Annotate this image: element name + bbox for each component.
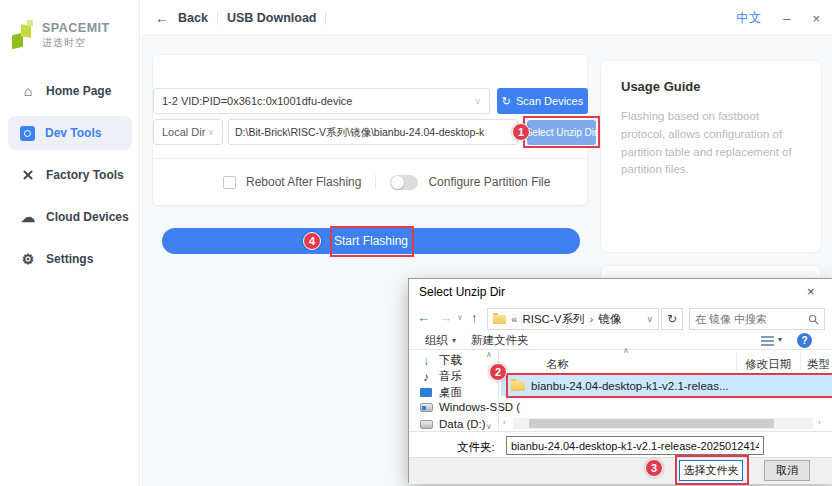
- device-select[interactable]: 1-2 VID:PID=0x361c:0x1001dfu-device ∨: [153, 88, 490, 114]
- reboot-label: Reboot After Flashing: [246, 175, 361, 189]
- breadcrumb-folder[interactable]: RISC-V系列: [522, 312, 584, 327]
- hscroll-right-icon[interactable]: ›: [818, 418, 821, 427]
- refresh-icon: ↻: [502, 95, 511, 108]
- step-1-highlight-rect: [523, 116, 600, 148]
- page-title: USB Download: [227, 11, 317, 25]
- address-bar[interactable]: « RISC-V系列 › 镜像 ∨: [487, 308, 659, 330]
- dir-mode-value: Local Dir: [162, 126, 205, 138]
- nav-history-chevron-icon[interactable]: ∨: [457, 313, 463, 322]
- scroll-down-icon[interactable]: ∨: [486, 422, 492, 431]
- folder-name-input[interactable]: [506, 436, 764, 455]
- step-1-badge: 1: [512, 123, 530, 141]
- tree-item-label: 桌面: [439, 385, 462, 400]
- breadcrumb-folder[interactable]: 镜像: [598, 312, 621, 327]
- nav-up-icon[interactable]: ↑: [471, 310, 478, 325]
- disk-icon: [419, 420, 433, 429]
- back-arrow-icon[interactable]: ←: [155, 10, 169, 26]
- hscroll-left-icon[interactable]: ‹: [503, 418, 506, 427]
- sidebar-item-label: Home Page: [46, 84, 111, 98]
- close-button[interactable]: ×: [812, 11, 820, 26]
- breadcrumb-separator: ›: [589, 313, 593, 325]
- scroll-up-icon[interactable]: ∧: [486, 350, 492, 359]
- select-unzip-dir-dialog: Select Unzip Dir × ← → ∨ ↑ « RISC-V系列 › …: [408, 278, 832, 483]
- column-header-type[interactable]: 类型: [807, 357, 830, 372]
- tree-item-label: 音乐: [439, 369, 462, 384]
- back-button[interactable]: Back: [178, 11, 208, 25]
- minimize-button[interactable]: –: [783, 11, 790, 26]
- tree-item-label: Windows-SSD (: [439, 401, 520, 413]
- refresh-icon[interactable]: ↻: [661, 308, 683, 330]
- usage-guide-body: Flashing based on fastboot protocol, all…: [621, 108, 801, 179]
- dialog-close-icon[interactable]: ×: [807, 284, 815, 299]
- sidebar-item-label: Cloud Devices: [46, 210, 129, 224]
- column-header-date[interactable]: 修改日期: [745, 357, 791, 372]
- sidebar-item-settings[interactable]: ⚙ Settings: [8, 242, 132, 276]
- scan-devices-label: Scan Devices: [516, 95, 583, 107]
- view-mode-caret-icon[interactable]: ▾: [778, 335, 782, 344]
- dir-mode-select[interactable]: Local Dir ∨: [153, 119, 223, 145]
- step-4-highlight-rect: [330, 226, 414, 257]
- chevron-down-icon: ∨: [474, 96, 481, 106]
- sidebar-item-factory-tools[interactable]: Factory Tools: [8, 158, 132, 192]
- nav-back-icon[interactable]: ←: [417, 310, 430, 325]
- topbar: ← Back USB Download 中文 – ×: [141, 0, 832, 36]
- partition-toggle[interactable]: [390, 175, 418, 190]
- sidebar-item-cloud-devices[interactable]: ☁ Cloud Devices: [8, 200, 132, 234]
- sidebar: SPACEMIT 进迭时空 ⌂ Home Page Dev Tools Fact…: [0, 0, 140, 486]
- options-panel: Reboot After Flashing Configure Partitio…: [152, 158, 588, 206]
- organize-label: 组织: [425, 333, 448, 348]
- dev-tools-icon: [20, 126, 35, 141]
- music-note-icon: ♪: [419, 370, 433, 384]
- tree-item-music[interactable]: ♪ 音乐: [419, 369, 462, 384]
- tree-item-desktop[interactable]: 桌面: [419, 385, 462, 400]
- partition-label: Configure Partition File: [428, 175, 550, 189]
- tree-item-windows-ssd[interactable]: Windows-SSD (: [419, 401, 520, 413]
- help-icon[interactable]: ?: [797, 333, 812, 348]
- language-switch[interactable]: 中文: [736, 10, 761, 27]
- download-icon: ↓: [419, 354, 433, 368]
- folder-icon: [493, 315, 506, 324]
- sidebar-item-label: Dev Tools: [45, 126, 101, 140]
- search-box[interactable]: [689, 308, 825, 330]
- factory-tools-icon: [20, 168, 36, 182]
- cancel-button[interactable]: 取消: [764, 460, 810, 481]
- tree-item-downloads[interactable]: ↓ 下载: [419, 353, 462, 368]
- reboot-checkbox[interactable]: [223, 176, 236, 189]
- footer-divider: [409, 431, 832, 432]
- view-mode-icon[interactable]: [761, 336, 774, 346]
- dialog-toolbar: 组织 ▾ 新建文件夹 ▾ ?: [409, 331, 832, 350]
- organize-menu[interactable]: 组织 ▾: [425, 333, 456, 348]
- sort-ascending-icon: ∧: [623, 346, 629, 355]
- step-2-badge: 2: [489, 363, 507, 381]
- usage-guide-card: Usage Guide Flashing based on fastboot p…: [600, 60, 822, 253]
- search-icon: [808, 314, 819, 325]
- step-3-badge: 3: [645, 459, 663, 477]
- breadcrumb-prefix: «: [511, 313, 517, 325]
- app-window: SPACEMIT 进迭时空 ⌂ Home Page Dev Tools Fact…: [0, 0, 832, 486]
- desktop-icon: [419, 388, 433, 397]
- brand-name: SPACEMIT: [42, 22, 110, 36]
- caret-down-icon: ▾: [452, 336, 456, 345]
- address-dropdown-icon[interactable]: ∨: [646, 314, 653, 324]
- hscroll-thumb[interactable]: [529, 419, 774, 428]
- sidebar-menu: ⌂ Home Page Dev Tools Factory Tools ☁ Cl…: [8, 74, 132, 284]
- column-header-name[interactable]: 名称: [546, 357, 569, 372]
- usage-guide-title: Usage Guide: [621, 79, 801, 94]
- spacemit-logo-icon: [12, 20, 36, 50]
- folder-field-label: 文件夹:: [457, 440, 495, 455]
- brand-logo: SPACEMIT 进迭时空: [12, 20, 110, 50]
- dir-path-input[interactable]: D:\Bit-Brick\RISC-V系列\镜像\bianbu-24.04-de…: [228, 119, 518, 145]
- scan-devices-button[interactable]: ↻ Scan Devices: [497, 88, 588, 114]
- home-icon: ⌂: [20, 83, 36, 99]
- sidebar-item-label: Settings: [46, 252, 93, 266]
- tree-item-label: Data (D:): [439, 418, 486, 430]
- sidebar-item-label: Factory Tools: [46, 168, 124, 182]
- tree-item-data-d[interactable]: Data (D:): [419, 418, 486, 430]
- new-folder-button[interactable]: 新建文件夹: [471, 333, 529, 348]
- step-2-highlight-rect: [506, 373, 832, 398]
- search-input[interactable]: [695, 313, 805, 325]
- sidebar-item-dev-tools[interactable]: Dev Tools: [8, 116, 132, 150]
- sidebar-item-home[interactable]: ⌂ Home Page: [8, 74, 132, 108]
- nav-forward-icon[interactable]: →: [439, 310, 452, 325]
- gear-icon: ⚙: [20, 251, 36, 267]
